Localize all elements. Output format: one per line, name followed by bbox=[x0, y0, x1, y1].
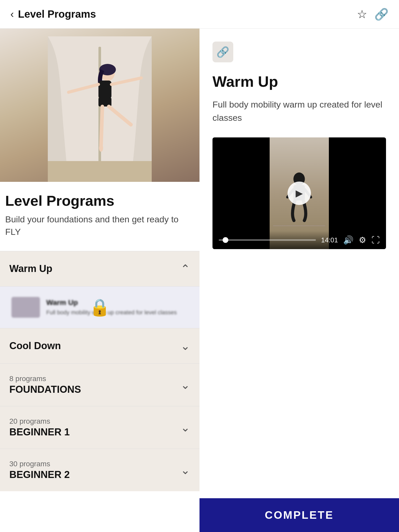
favorite-icon[interactable]: ☆ bbox=[357, 8, 367, 21]
warm-up-card[interactable]: Warm Up Full body mobility warm up creat… bbox=[6, 292, 193, 323]
video-controls: 14:01 🔊 ⚙ ⛶ bbox=[212, 231, 386, 249]
section-cool-down: Cool Down ⌄ bbox=[0, 328, 200, 363]
svg-rect-5 bbox=[98, 81, 111, 99]
section-beginner1-text: 20 programs BEGINNER 1 bbox=[9, 417, 70, 438]
svg-point-11 bbox=[99, 144, 103, 152]
video-player[interactable]: ▶ 14:01 🔊 ⚙ ⛶ bbox=[212, 137, 386, 249]
share-link-icon[interactable]: 🔗 bbox=[374, 8, 389, 21]
foundations-label: FOUNDATIONS bbox=[9, 384, 81, 395]
program-title: Level Programs bbox=[5, 192, 189, 209]
chevron-up-icon: ⌃ bbox=[181, 262, 190, 275]
warm-up-thumbnail bbox=[11, 297, 40, 318]
warm-up-card-desc: Full body mobility warm up created for l… bbox=[46, 309, 188, 316]
header-left: ‹ Level Programs bbox=[10, 8, 96, 20]
chevron-down-icon-beginner1: ⌄ bbox=[181, 421, 190, 434]
lock-icon: 🔒 bbox=[89, 298, 110, 317]
content-description: Full body mobility warm up created for l… bbox=[212, 98, 386, 124]
settings-icon[interactable]: ⚙ bbox=[359, 235, 366, 245]
video-play-button[interactable]: ▶ bbox=[288, 182, 311, 205]
program-description: Build your foundations and then get read… bbox=[5, 213, 189, 238]
header-right: ☆ 🔗 bbox=[357, 8, 389, 21]
link-badge[interactable]: 🔗 bbox=[212, 42, 233, 62]
warm-up-card-title: Warm Up bbox=[46, 298, 188, 307]
beginner2-sub: 30 programs bbox=[9, 460, 70, 468]
content-title: Warm Up bbox=[212, 73, 386, 90]
section-cool-down-header[interactable]: Cool Down ⌄ bbox=[0, 328, 200, 363]
header: ‹ Level Programs ☆ 🔗 bbox=[0, 0, 399, 29]
section-beginner2: 30 programs BEGINNER 2 ⌄ bbox=[0, 449, 200, 491]
foundations-sub: 8 programs bbox=[9, 375, 81, 383]
link-badge-icon: 🔗 bbox=[216, 46, 229, 58]
hero-image bbox=[0, 29, 200, 182]
video-progress-dot bbox=[223, 237, 228, 243]
fullscreen-icon[interactable]: ⛶ bbox=[371, 235, 380, 245]
chevron-down-icon-foundations: ⌄ bbox=[181, 378, 190, 391]
svg-line-9 bbox=[101, 107, 102, 145]
warm-up-content: Warm Up Full body mobility warm up creat… bbox=[0, 286, 200, 328]
warm-up-card-text: Warm Up Full body mobility warm up creat… bbox=[46, 298, 188, 316]
section-beginner1-header[interactable]: 20 programs BEGINNER 1 ⌄ bbox=[0, 406, 200, 449]
back-button[interactable]: ‹ bbox=[10, 8, 14, 20]
complete-button[interactable]: COMPLETE bbox=[200, 498, 399, 532]
video-progress-track[interactable] bbox=[219, 239, 316, 241]
right-column: 🔗 Warm Up Full body mobility warm up cre… bbox=[200, 29, 399, 532]
chevron-down-icon-cool: ⌄ bbox=[181, 339, 190, 353]
section-warm-up-header[interactable]: Warm Up ⌃ bbox=[0, 251, 200, 286]
section-beginner1: 20 programs BEGINNER 1 ⌄ bbox=[0, 406, 200, 449]
section-foundations: 8 programs FOUNDATIONS ⌄ bbox=[0, 363, 200, 406]
section-warm-up: Warm Up ⌃ Warm Up Full body mobility war… bbox=[0, 251, 200, 328]
section-beginner2-header[interactable]: 30 programs BEGINNER 2 ⌄ bbox=[0, 449, 200, 491]
dancer-illustration bbox=[48, 36, 152, 182]
beginner1-label: BEGINNER 1 bbox=[9, 427, 70, 438]
beginner2-label: BEGINNER 2 bbox=[9, 469, 70, 480]
section-cool-down-label: Cool Down bbox=[9, 340, 61, 351]
section-warm-up-label: Warm Up bbox=[9, 263, 52, 274]
main-layout: Level Programs Build your foundations an… bbox=[0, 29, 399, 532]
section-foundations-header[interactable]: 8 programs FOUNDATIONS ⌄ bbox=[0, 364, 200, 406]
section-beginner2-text: 30 programs BEGINNER 2 bbox=[9, 460, 70, 480]
section-list: Warm Up ⌃ Warm Up Full body mobility war… bbox=[0, 251, 200, 491]
header-title: Level Programs bbox=[18, 8, 96, 20]
section-foundations-text: 8 programs FOUNDATIONS bbox=[9, 375, 81, 395]
svg-rect-2 bbox=[48, 161, 152, 182]
beginner1-sub: 20 programs bbox=[9, 417, 70, 425]
video-duration: 14:01 bbox=[321, 236, 338, 244]
left-column: Level Programs Build your foundations an… bbox=[0, 29, 200, 532]
program-info: Level Programs Build your foundations an… bbox=[0, 182, 200, 246]
chevron-down-icon-beginner2: ⌄ bbox=[181, 463, 190, 477]
volume-icon[interactable]: 🔊 bbox=[343, 235, 354, 245]
